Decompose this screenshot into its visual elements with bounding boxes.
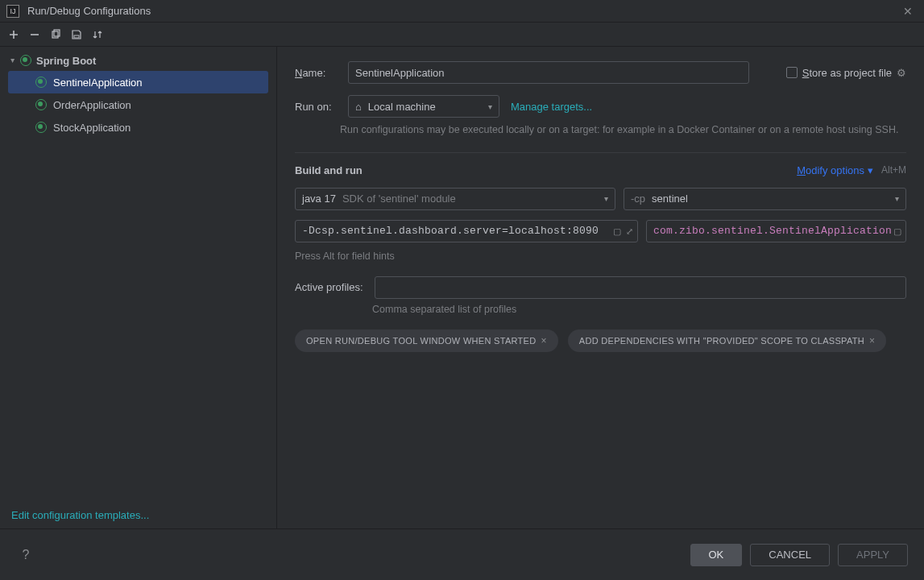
close-icon[interactable]: × [541, 335, 547, 346]
help-button[interactable]: ? [16, 545, 35, 565]
add-config-button[interactable] [5, 26, 23, 44]
divider [295, 152, 906, 153]
close-icon[interactable]: × [869, 335, 875, 346]
manage-targets-link[interactable]: Manage targets... [511, 101, 592, 113]
cp-prefix: -cp [631, 193, 645, 205]
spring-icon [35, 77, 47, 88]
modify-options-link[interactable]: Modify options ▾ [797, 164, 873, 176]
runon-value: Local machine [368, 101, 436, 113]
fullscreen-icon[interactable]: ⤢ [626, 226, 633, 236]
chevron-down-icon: ▾ [868, 164, 873, 176]
store-project-file-checkbox[interactable] [786, 67, 798, 78]
spring-icon [20, 55, 31, 66]
config-item-label: StockApplication [53, 122, 131, 134]
chevron-down-icon: ▾ [604, 194, 608, 203]
name-label: Name: [295, 67, 337, 79]
modify-options-shortcut: Alt+M [881, 164, 906, 176]
chip-provided-scope[interactable]: ADD DEPENDENCIES WITH "PROVIDED" SCOPE T… [568, 329, 887, 352]
jdk-hint: SDK of 'sentinel' module [342, 193, 456, 205]
runon-dropdown[interactable]: ⌂ Local machine ▾ [348, 95, 499, 118]
active-profiles-input[interactable] [375, 276, 906, 299]
svg-rect-2 [74, 35, 79, 38]
edit-templates-link[interactable]: Edit configuration templates... [11, 509, 149, 521]
runon-label: Run on: [295, 101, 337, 113]
spring-icon [35, 99, 47, 110]
expand-field-icon[interactable]: ▢ [613, 226, 621, 236]
ok-button[interactable]: OK [690, 544, 743, 566]
cp-value: sentinel [652, 193, 688, 205]
jdk-dropdown[interactable]: java 17 SDK of 'sentinel' module ▾ [295, 188, 615, 210]
store-project-file-label: Store as project file [802, 67, 892, 79]
apply-button[interactable]: APPLY [838, 544, 908, 566]
cancel-button[interactable]: CANCEL [750, 544, 830, 566]
chip-open-tool-window[interactable]: OPEN RUN/DEBUG TOOL WINDOW WHEN STARTED … [295, 329, 558, 352]
field-hints-text: Press Alt for field hints [295, 251, 906, 262]
jdk-value: java 17 [302, 193, 336, 205]
chip-label: ADD DEPENDENCIES WITH "PROVIDED" SCOPE T… [579, 336, 864, 346]
remove-config-button[interactable] [26, 26, 44, 44]
profiles-label: Active profiles: [295, 281, 363, 293]
svg-rect-1 [54, 30, 60, 36]
config-item-label: SentinelApplication [53, 77, 143, 89]
profiles-hint: Comma separated list of profiles [372, 304, 906, 315]
app-icon: IJ [6, 5, 19, 18]
config-item-order[interactable]: OrderApplication [0, 93, 276, 116]
classpath-dropdown[interactable]: -cp sentinel ▾ [624, 188, 906, 210]
sort-config-button[interactable] [89, 26, 106, 44]
name-input[interactable] [348, 61, 749, 84]
config-item-sentinel[interactable]: SentinelApplication [8, 71, 268, 93]
spring-icon [35, 122, 47, 133]
config-group-spring-boot[interactable]: ▸ Spring Boot [0, 50, 276, 71]
expand-field-icon[interactable]: ▢ [893, 226, 901, 236]
runon-hint: Run configurations may be executed local… [340, 122, 906, 138]
chevron-down-icon: ▾ [895, 194, 899, 203]
config-item-label: OrderApplication [53, 99, 131, 111]
close-icon[interactable]: ✕ [898, 5, 918, 18]
copy-config-button[interactable] [47, 26, 64, 44]
config-item-stock[interactable]: StockApplication [0, 116, 276, 139]
buildrun-title: Build and run [295, 164, 363, 176]
save-config-button[interactable] [68, 26, 85, 44]
vm-options-input[interactable] [295, 220, 638, 242]
svg-rect-0 [52, 31, 58, 38]
home-icon: ⌂ [355, 101, 362, 113]
chevron-down-icon: ▸ [9, 59, 18, 63]
main-class-input[interactable] [646, 220, 906, 242]
window-title: Run/Debug Configurations [27, 5, 898, 17]
gear-icon[interactable]: ⚙ [897, 67, 906, 79]
chevron-down-icon: ▾ [488, 102, 492, 111]
config-group-label: Spring Boot [36, 55, 96, 67]
chip-label: OPEN RUN/DEBUG TOOL WINDOW WHEN STARTED [306, 336, 537, 346]
